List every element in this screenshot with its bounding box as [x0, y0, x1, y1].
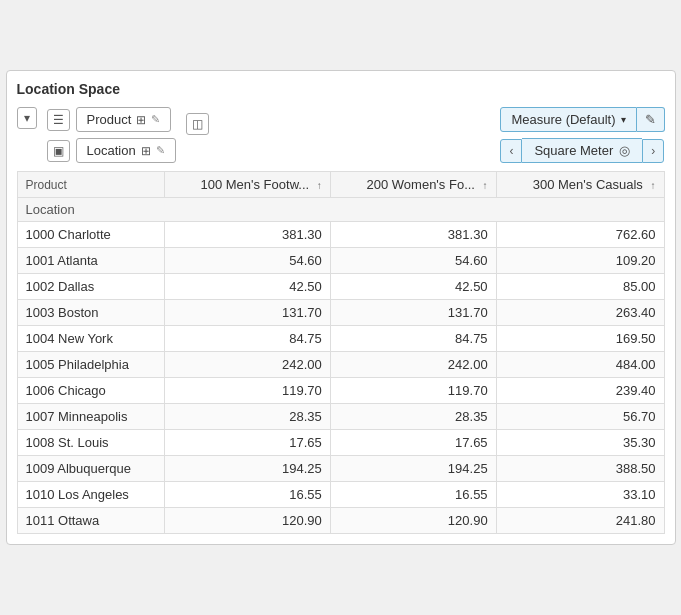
table-row: 1010 Los Angeles16.5516.5533.10	[17, 482, 664, 508]
left-controls: ☰ Product ⊞ ✎ ▣ Location ⊞ ✎	[47, 107, 176, 163]
value-cell: 42.50	[164, 274, 330, 300]
value-cell: 28.35	[164, 404, 330, 430]
measure-dropdown-arrow: ▾	[621, 114, 626, 125]
value-cell: 54.60	[330, 248, 496, 274]
unit-label-display: Square Meter ◎	[522, 138, 642, 163]
value-cell: 33.10	[496, 482, 664, 508]
col-icon: ▣	[53, 144, 64, 158]
product-column-header: Product	[17, 172, 164, 198]
value-cell: 120.90	[330, 508, 496, 534]
unit-prev-button[interactable]: ‹	[500, 139, 522, 163]
value-cell: 242.00	[164, 352, 330, 378]
collapse-button[interactable]: ▾	[17, 107, 37, 129]
table-row: 1009 Albuquerque194.25194.25388.50	[17, 456, 664, 482]
value-cell: 120.90	[164, 508, 330, 534]
location-label: Location	[87, 143, 136, 158]
sort-arrow-1: ↑	[483, 180, 488, 191]
value-cell: 84.75	[330, 326, 496, 352]
location-cell: 1011 Ottawa	[17, 508, 164, 534]
table-container: Product 100 Men's Footw... ↑ 200 Women's…	[17, 171, 665, 534]
col-header-2: 300 Men's Casuals ↑	[496, 172, 664, 198]
value-cell: 119.70	[164, 378, 330, 404]
measure-select[interactable]: Measure (Default) ▾	[500, 107, 636, 132]
sort-arrow-2: ↑	[651, 180, 656, 191]
value-cell: 194.25	[164, 456, 330, 482]
value-cell: 119.70	[330, 378, 496, 404]
location-cell: 1002 Dallas	[17, 274, 164, 300]
sort-arrow-0: ↑	[317, 180, 322, 191]
col-icon-button[interactable]: ▣	[47, 140, 70, 162]
unit-label-text: Square Meter	[534, 143, 613, 158]
main-panel: Location Space ▾ ☰ Product ⊞ ✎ ▣	[6, 70, 676, 545]
value-cell: 85.00	[496, 274, 664, 300]
table-row: 1006 Chicago119.70119.70239.40	[17, 378, 664, 404]
unit-prev-icon: ‹	[509, 144, 513, 158]
col-header-0: 100 Men's Footw... ↑	[164, 172, 330, 198]
col-header-1: 200 Women's Fo... ↑	[330, 172, 496, 198]
location-button[interactable]: Location ⊞ ✎	[76, 138, 176, 163]
location-subheader-row: Location	[17, 198, 664, 222]
value-cell: 169.50	[496, 326, 664, 352]
table-body: 1000 Charlotte381.30381.30762.601001 Atl…	[17, 222, 664, 534]
product-hierarchy-icon: ⊞	[136, 113, 146, 127]
location-edit-icon: ✎	[156, 144, 165, 157]
table-row: 1003 Boston131.70131.70263.40	[17, 300, 664, 326]
value-cell: 16.55	[164, 482, 330, 508]
location-cell: 1008 St. Louis	[17, 430, 164, 456]
table-row: 1001 Atlanta54.6054.60109.20	[17, 248, 664, 274]
value-cell: 28.35	[330, 404, 496, 430]
table-row: 1011 Ottawa120.90120.90241.80	[17, 508, 664, 534]
value-cell: 239.40	[496, 378, 664, 404]
location-cell: 1006 Chicago	[17, 378, 164, 404]
value-cell: 17.65	[164, 430, 330, 456]
collapse-arrow-icon: ▾	[24, 111, 30, 125]
data-table: Product 100 Men's Footw... ↑ 200 Women's…	[17, 171, 665, 534]
value-cell: 263.40	[496, 300, 664, 326]
unit-row: ‹ Square Meter ◎ ›	[500, 138, 664, 163]
value-cell: 194.25	[330, 456, 496, 482]
table-row: 1008 St. Louis17.6517.6535.30	[17, 430, 664, 456]
measure-edit-icon: ✎	[645, 112, 656, 127]
product-label: Product	[87, 112, 132, 127]
location-cell: 1003 Boston	[17, 300, 164, 326]
right-controls: Measure (Default) ▾ ✎ ‹ Square Meter ◎ ›	[500, 107, 664, 163]
spacer-icon-button[interactable]: ◫	[186, 113, 209, 135]
value-cell: 381.30	[330, 222, 496, 248]
value-cell: 484.00	[496, 352, 664, 378]
row-icon-button[interactable]: ☰	[47, 109, 70, 131]
measure-edit-button[interactable]: ✎	[637, 107, 665, 132]
product-edit-icon: ✎	[151, 113, 160, 126]
location-cell: 1000 Charlotte	[17, 222, 164, 248]
table-row: 1000 Charlotte381.30381.30762.60	[17, 222, 664, 248]
value-cell: 131.70	[164, 300, 330, 326]
value-cell: 241.80	[496, 508, 664, 534]
row-icon: ☰	[53, 113, 64, 127]
unit-next-button[interactable]: ›	[642, 139, 664, 163]
location-cell: 1001 Atlanta	[17, 248, 164, 274]
value-cell: 17.65	[330, 430, 496, 456]
table-row: 1007 Minneapolis28.3528.3556.70	[17, 404, 664, 430]
value-cell: 84.75	[164, 326, 330, 352]
value-cell: 109.20	[496, 248, 664, 274]
controls-area: ▾ ☰ Product ⊞ ✎ ▣ Location	[17, 107, 665, 163]
value-cell: 388.50	[496, 456, 664, 482]
measure-row: Measure (Default) ▾ ✎	[500, 107, 664, 132]
unit-next-icon: ›	[651, 144, 655, 158]
location-subheader: Location	[17, 198, 664, 222]
location-cell: 1004 New York	[17, 326, 164, 352]
location-cell: 1005 Philadelphia	[17, 352, 164, 378]
value-cell: 54.60	[164, 248, 330, 274]
location-cell: 1009 Albuquerque	[17, 456, 164, 482]
unit-target-icon: ◎	[619, 143, 630, 158]
value-cell: 242.00	[330, 352, 496, 378]
product-button[interactable]: Product ⊞ ✎	[76, 107, 172, 132]
value-cell: 762.60	[496, 222, 664, 248]
table-row: 1004 New York84.7584.75169.50	[17, 326, 664, 352]
table-row: 1002 Dallas42.5042.5085.00	[17, 274, 664, 300]
value-cell: 42.50	[330, 274, 496, 300]
location-cell: 1007 Minneapolis	[17, 404, 164, 430]
product-control-row: ☰ Product ⊞ ✎	[47, 107, 176, 132]
location-control-row: ▣ Location ⊞ ✎	[47, 138, 176, 163]
value-cell: 381.30	[164, 222, 330, 248]
table-row: 1005 Philadelphia242.00242.00484.00	[17, 352, 664, 378]
